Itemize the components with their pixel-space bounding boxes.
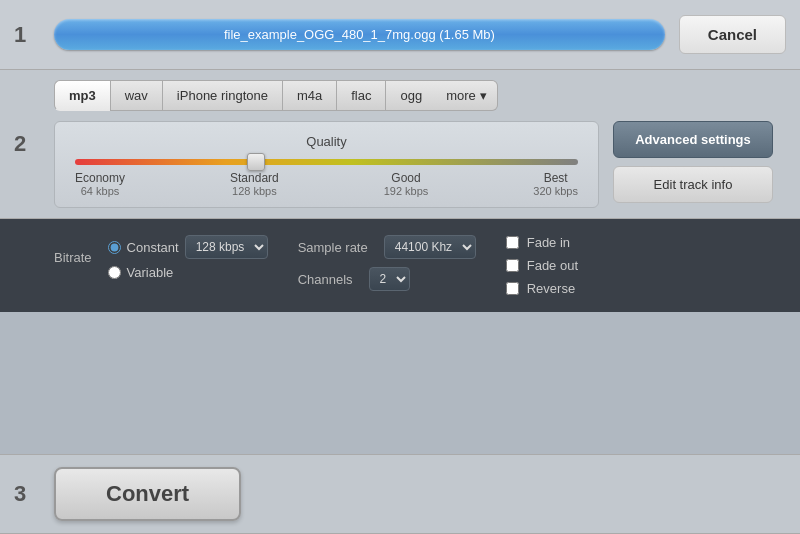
fade-in-label: Fade in bbox=[527, 235, 570, 250]
right-buttons: Advanced settings Edit track info bbox=[613, 121, 773, 203]
tab-ogg[interactable]: ogg bbox=[385, 80, 436, 111]
bitrate-label: Bitrate bbox=[54, 250, 92, 265]
section-2: 2 mp3 wav iPhone ringtone m4a flac ogg m… bbox=[0, 70, 800, 219]
step-3-number: 3 bbox=[14, 481, 44, 507]
reverse-checkbox[interactable] bbox=[506, 282, 519, 295]
effects-group: Fade in Fade out Reverse bbox=[506, 235, 578, 296]
tab-wav[interactable]: wav bbox=[110, 80, 162, 111]
sample-rate-label: Sample rate bbox=[298, 240, 368, 255]
quality-markers: Economy 64 kbps Standard 128 kbps Good 1… bbox=[75, 171, 578, 197]
constant-radio-row: Constant 128 kbps 64 kbps 192 kbps 256 k… bbox=[108, 235, 268, 259]
variable-radio[interactable] bbox=[108, 266, 121, 279]
reverse-label: Reverse bbox=[527, 281, 575, 296]
fade-out-checkbox[interactable] bbox=[506, 259, 519, 272]
step-2-number: 2 bbox=[14, 131, 44, 157]
advanced-settings-button[interactable]: Advanced settings bbox=[613, 121, 773, 158]
bitrate-group: Bitrate Constant 128 kbps 64 kbps 192 kb… bbox=[54, 235, 268, 280]
tab-mp3[interactable]: mp3 bbox=[54, 80, 110, 111]
section-1: 1 file_example_OGG_480_1_7mg.ogg (1.65 M… bbox=[0, 0, 800, 70]
edit-track-button[interactable]: Edit track info bbox=[613, 166, 773, 203]
sample-channels-group: Sample rate 44100 Khz 22050 Khz 48000 Kh… bbox=[298, 235, 476, 291]
constant-label: Constant bbox=[127, 240, 179, 255]
quality-label: Quality bbox=[75, 134, 578, 149]
radio-group-bitrate: Constant 128 kbps 64 kbps 192 kbps 256 k… bbox=[108, 235, 268, 280]
bitrate-row: Bitrate Constant 128 kbps 64 kbps 192 kb… bbox=[54, 235, 268, 280]
marker-good: Good 192 kbps bbox=[384, 171, 429, 197]
advanced-settings-panel: Bitrate Constant 128 kbps 64 kbps 192 kb… bbox=[0, 219, 800, 312]
marker-economy: Economy 64 kbps bbox=[75, 171, 125, 197]
slider-thumb[interactable] bbox=[247, 153, 265, 171]
marker-best: Best 320 kbps bbox=[533, 171, 578, 197]
fade-out-row: Fade out bbox=[506, 258, 578, 273]
variable-label: Variable bbox=[127, 265, 174, 280]
section-3: 3 Convert bbox=[0, 454, 800, 534]
quality-slider-container bbox=[75, 159, 578, 165]
tab-m4a[interactable]: m4a bbox=[282, 80, 336, 111]
chevron-down-icon: ▾ bbox=[480, 88, 487, 103]
fade-in-checkbox[interactable] bbox=[506, 236, 519, 249]
channels-select[interactable]: 2 1 bbox=[369, 267, 410, 291]
fade-in-row: Fade in bbox=[506, 235, 578, 250]
channels-label: Channels bbox=[298, 272, 353, 287]
tab-flac[interactable]: flac bbox=[336, 80, 385, 111]
tab-more[interactable]: more ▾ bbox=[436, 80, 498, 111]
spacer bbox=[0, 312, 800, 454]
quality-box: Quality Economy 64 kbps Standard bbox=[54, 121, 599, 208]
fade-out-label: Fade out bbox=[527, 258, 578, 273]
slider-track bbox=[75, 159, 578, 165]
convert-button[interactable]: Convert bbox=[54, 467, 241, 521]
reverse-row: Reverse bbox=[506, 281, 578, 296]
sample-rate-row: Sample rate 44100 Khz 22050 Khz 48000 Kh… bbox=[298, 235, 476, 259]
more-label: more bbox=[446, 88, 476, 103]
step-1-number: 1 bbox=[14, 22, 44, 48]
bitrate-select[interactable]: 128 kbps 64 kbps 192 kbps 256 kbps 320 k… bbox=[185, 235, 268, 259]
tabs-area: mp3 wav iPhone ringtone m4a flac ogg mor… bbox=[54, 80, 786, 208]
cancel-button[interactable]: Cancel bbox=[679, 15, 786, 54]
tab-iphone[interactable]: iPhone ringtone bbox=[162, 80, 282, 111]
sample-rate-select[interactable]: 44100 Khz 22050 Khz 48000 Khz bbox=[384, 235, 476, 259]
advanced-content: Bitrate Constant 128 kbps 64 kbps 192 kb… bbox=[14, 235, 786, 296]
constant-radio[interactable] bbox=[108, 241, 121, 254]
file-name-bar: file_example_OGG_480_1_7mg.ogg (1.65 Mb) bbox=[54, 19, 665, 50]
variable-radio-row: Variable bbox=[108, 265, 268, 280]
marker-standard: Standard 128 kbps bbox=[230, 171, 279, 197]
format-tabs: mp3 wav iPhone ringtone m4a flac ogg mor… bbox=[54, 80, 786, 111]
channels-row: Channels 2 1 bbox=[298, 267, 476, 291]
